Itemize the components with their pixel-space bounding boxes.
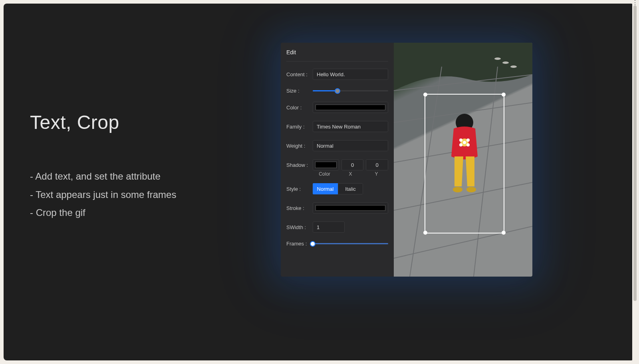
swidth-row: SWidth : 1 — [286, 222, 388, 233]
shadow-color-picker[interactable] — [313, 159, 339, 170]
edit-panel: Edit Content : Size : Color : — [281, 43, 394, 277]
size-row: Size : — [286, 88, 388, 94]
bullet-item: Add text, and set the attribute — [30, 167, 254, 186]
bullet-item: Text appears just in some frames — [30, 186, 254, 204]
content-row: Content : — [286, 69, 388, 80]
content-input[interactable] — [313, 69, 388, 80]
swidth-input[interactable]: 1 — [313, 222, 345, 233]
page-title: Text, Crop — [30, 111, 254, 133]
svg-point-7 — [494, 57, 501, 60]
family-row: Family : — [286, 121, 388, 132]
style-row: Style : Normal Italic — [286, 183, 388, 194]
shadow-x-input[interactable]: 0 — [341, 159, 364, 170]
family-label: Family : — [286, 124, 313, 130]
shadow-sub-y: Y — [365, 171, 388, 177]
bullet-item: Crop the gif — [30, 204, 254, 222]
shadow-sublabels-row: Color X Y — [286, 170, 388, 177]
color-picker[interactable] — [313, 102, 388, 113]
edit-panel-title: Edit — [286, 49, 388, 55]
crop-handle-br[interactable] — [502, 231, 506, 235]
shadow-sub-x: X — [339, 171, 362, 177]
content-label: Content : — [286, 71, 313, 77]
frames-label: Frames : — [286, 241, 313, 247]
crop-handle-bl[interactable] — [423, 231, 427, 235]
shadow-label: Shadow : — [286, 162, 313, 168]
page-scrollbar[interactable] — [632, 0, 638, 364]
app-window: Text, Crop Add text, and set the attribu… — [4, 4, 634, 360]
editor-and-preview: Edit Content : Size : Color : — [281, 43, 532, 277]
weight-select[interactable] — [313, 140, 388, 151]
feature-bullet-list: Add text, and set the attribute Text app… — [30, 167, 254, 222]
stroke-color-picker[interactable] — [313, 202, 388, 214]
style-label: Style : — [286, 186, 313, 192]
preview-area — [394, 43, 532, 277]
style-normal-button[interactable]: Normal — [313, 183, 338, 194]
frames-range-slider[interactable] — [313, 241, 388, 247]
color-row: Color : — [286, 102, 388, 113]
stroke-label: Stroke : — [286, 205, 313, 211]
shadow-row: Shadow : 0 0 — [286, 159, 388, 170]
shadow-sub-color: Color — [313, 171, 336, 177]
crop-rectangle[interactable] — [425, 94, 504, 233]
weight-row: Weight : — [286, 140, 388, 151]
left-text-column: Text, Crop Add text, and set the attribu… — [30, 111, 254, 222]
svg-point-9 — [510, 65, 517, 68]
frames-row: Frames : — [286, 241, 388, 247]
size-label: Size : — [286, 88, 313, 94]
crop-handle-tr[interactable] — [502, 93, 506, 97]
weight-label: Weight : — [286, 143, 313, 149]
divider — [286, 61, 388, 61]
scrollbar-thumb[interactable] — [633, 6, 637, 301]
svg-point-8 — [502, 61, 509, 64]
crop-handle-tl[interactable] — [423, 93, 427, 97]
style-segmented: Normal Italic — [313, 183, 363, 194]
family-select[interactable] — [313, 121, 388, 132]
style-italic-button[interactable]: Italic — [338, 183, 363, 194]
window-menu-icon[interactable]: ⋮ — [632, 2, 637, 4]
swidth-label: SWidth : — [286, 224, 313, 230]
stroke-row: Stroke : — [286, 202, 388, 214]
shadow-y-input[interactable]: 0 — [366, 159, 388, 170]
color-label: Color : — [286, 105, 313, 111]
size-slider[interactable] — [313, 88, 388, 94]
